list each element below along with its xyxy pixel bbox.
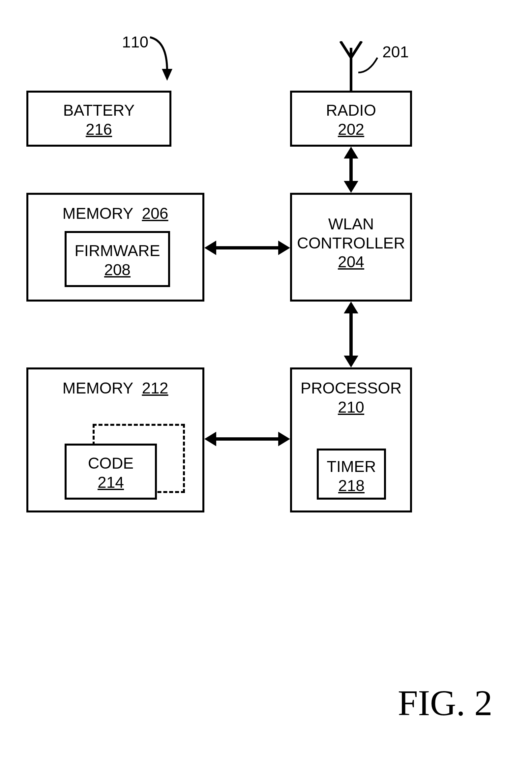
wlan-title-l2: CONTROLLER <box>292 234 410 253</box>
timer-ref: 218 <box>319 476 384 495</box>
callout-110: 110 <box>122 33 148 51</box>
battery-title: BATTERY <box>28 101 170 120</box>
code-title: CODE <box>67 454 155 473</box>
processor-title: PROCESSOR <box>292 378 410 398</box>
memory-206-title: MEMORY <box>62 205 133 222</box>
arrow-memory206-wlan <box>204 241 290 255</box>
diagram-canvas: 110 201 BATTERY 216 RADIO 202 MEMORY 2 <box>0 0 532 757</box>
arrow-memory212-processor <box>204 432 290 446</box>
memory-206-ref: 206 <box>142 205 168 222</box>
callout-110-arrow <box>147 35 186 84</box>
processor-block: PROCESSOR 210 TIMER 218 <box>290 368 412 512</box>
callout-201: 201 <box>382 43 409 61</box>
wlan-title-l1: WLAN <box>292 215 410 234</box>
radio-title: RADIO <box>292 101 410 120</box>
code-ref: 214 <box>67 473 155 492</box>
processor-ref: 210 <box>292 398 410 417</box>
memory-212-ref: 212 <box>142 379 168 397</box>
memory-206-block: MEMORY 206 FIRMWARE 208 <box>26 193 204 302</box>
radio-block: RADIO 202 <box>290 91 412 147</box>
svg-line-2 <box>340 41 351 58</box>
firmware-title: FIRMWARE <box>67 241 168 260</box>
arrow-radio-wlan <box>344 147 358 193</box>
arrow-wlan-processor <box>344 302 358 368</box>
battery-ref: 216 <box>28 120 170 139</box>
timer-title: TIMER <box>319 457 384 476</box>
firmware-block: FIRMWARE 208 <box>65 231 170 287</box>
code-block: CODE 214 <box>65 443 157 500</box>
wlan-ref: 204 <box>292 253 410 272</box>
svg-marker-0 <box>162 69 172 81</box>
wlan-controller-block: WLAN CONTROLLER 204 <box>290 193 412 302</box>
firmware-ref: 208 <box>67 260 168 280</box>
memory-212-block: MEMORY 212 CODE 214 <box>26 368 204 512</box>
radio-ref: 202 <box>292 120 410 139</box>
memory-212-title: MEMORY <box>62 379 133 397</box>
timer-block: TIMER 218 <box>317 448 386 500</box>
battery-block: BATTERY 216 <box>26 91 172 147</box>
figure-label: FIG. 2 <box>398 682 492 724</box>
